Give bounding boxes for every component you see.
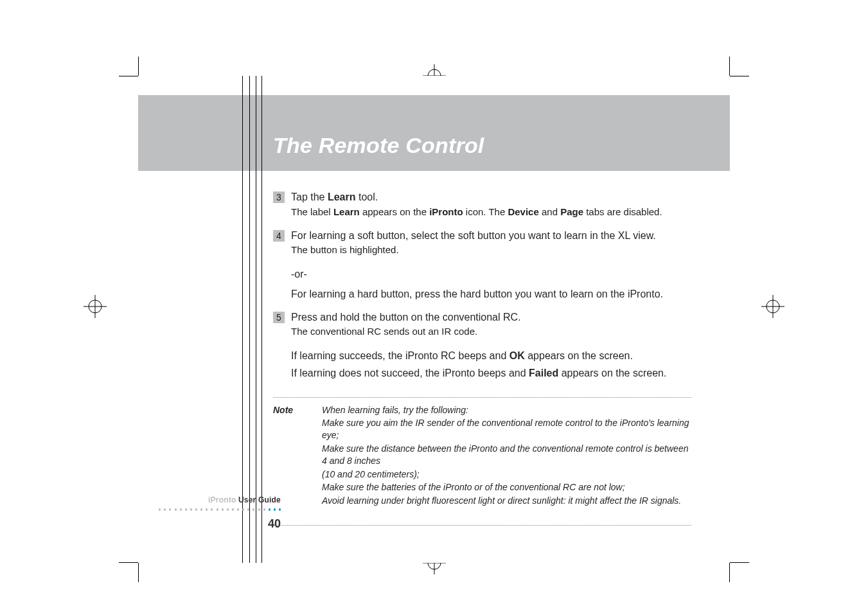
or-separator: -or- (291, 267, 691, 281)
step-number: 4 (273, 230, 285, 242)
crop-mark (730, 562, 749, 563)
step-4-line-1: For learning a soft button, select the s… (291, 229, 691, 243)
step-3-line-2: The label Learn appears on the iPronto i… (291, 206, 691, 218)
footer-dots (159, 508, 281, 511)
step-4: 4 For learning a soft button, select the… (273, 229, 691, 258)
page-title: The Remote Control (273, 133, 484, 158)
crop-mark (730, 76, 749, 76)
note-intro: When learning fails, try the following: (322, 404, 691, 417)
hard-button-line: For learning a hard button, press the ha… (291, 287, 691, 301)
step-5-line-2: The conventional RC sends out an IR code… (291, 325, 691, 338)
note-item: Make sure the batteries of the iPronto o… (322, 481, 691, 494)
crop-mark (138, 57, 139, 76)
crop-mark (119, 76, 138, 76)
note-label: Note (273, 404, 303, 508)
registration-mark-right (761, 295, 784, 318)
if-fail: If learning does not succeed, the iPront… (291, 366, 691, 380)
header-band: The Remote Control (138, 95, 730, 171)
if-success: If learning succeeds, the iPronto RC bee… (291, 349, 691, 363)
note-block: Note When learning fails, try the follow… (273, 404, 691, 508)
step-5-line-1: Press and hold the button on the convent… (291, 310, 691, 324)
note-item: Avoid learning under bright fluorescent … (322, 495, 691, 508)
step-5: 5 Press and hold the button on the conve… (273, 310, 691, 340)
registration-mark-left (84, 295, 107, 318)
note-separator-bottom (273, 525, 691, 526)
crop-mark (729, 563, 730, 582)
step-number: 3 (273, 191, 285, 203)
step-4-line-2: The button is highlighted. (291, 244, 691, 256)
crop-mark (729, 57, 730, 76)
step-number: 5 (273, 312, 285, 323)
page: The Remote Control 3 Tap the Learn tool.… (138, 76, 730, 563)
note-body: When learning fails, try the following: … (322, 404, 691, 508)
page-number: 40 (159, 517, 281, 531)
crop-mark (119, 562, 138, 563)
svg-point-6 (89, 300, 102, 313)
user-guide-label: iPronto User Guide (159, 495, 281, 504)
note-separator-top (273, 397, 691, 398)
note-item: Make sure you aim the IR sender of the c… (322, 417, 691, 442)
crop-mark (138, 563, 139, 582)
svg-point-9 (766, 300, 779, 313)
note-item: Make sure the distance between the iPron… (322, 443, 691, 468)
step-3: 3 Tap the Learn tool. The label Learn ap… (273, 190, 691, 220)
content: 3 Tap the Learn tool. The label Learn ap… (273, 190, 691, 532)
note-item: (10 and 20 centimeters); (322, 468, 691, 481)
step-3-line-1: Tap the Learn tool. (291, 190, 691, 204)
footer: iPronto User Guide 40 (159, 495, 281, 531)
